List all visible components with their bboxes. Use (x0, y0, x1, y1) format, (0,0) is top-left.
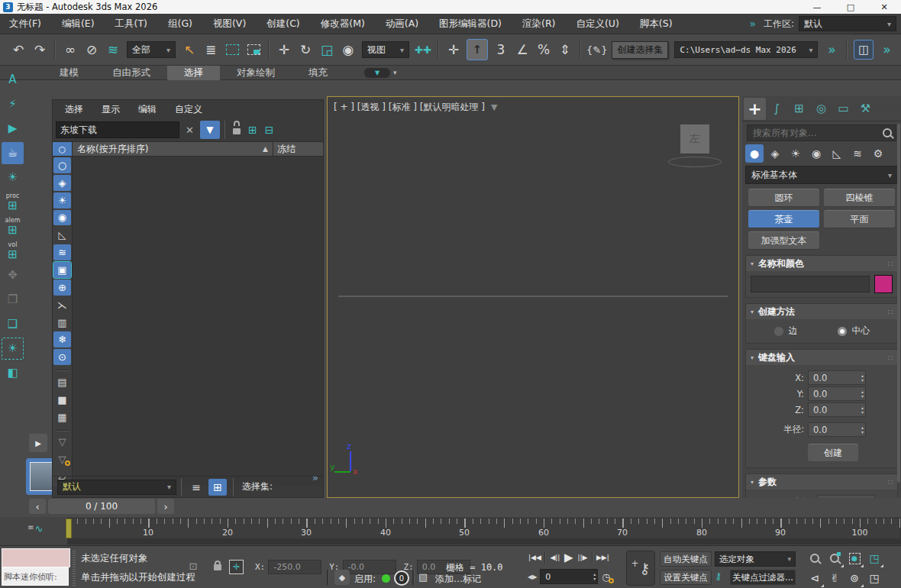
current-frame-field[interactable]: 0 ▴▾ (540, 569, 598, 584)
paint-tool-icon[interactable]: ☕ (2, 142, 24, 164)
timeline-ruler[interactable]: 0 10 20 30 40 50 60 70 80 90 100 (67, 518, 901, 540)
key-mode-toggle[interactable]: ◀▶ (528, 573, 537, 580)
close-button[interactable]: ✕ (867, 0, 901, 14)
tab-modify[interactable]: ∫ (766, 98, 788, 120)
select-and-rotate-button[interactable]: ↻ (296, 40, 315, 60)
vol-tool-icon[interactable]: vol⊞ (2, 240, 24, 262)
maximize-viewport-button[interactable]: ◳ (866, 569, 883, 587)
spinner-icon[interactable]: ▴▾ (870, 498, 873, 499)
filter-config-icon[interactable]: ▽ (53, 451, 71, 467)
play-button[interactable]: ▶ (563, 550, 575, 565)
layer-dropdown[interactable]: 默认 ▾ (57, 480, 176, 495)
object-name-field[interactable] (751, 276, 870, 292)
detail-view-toggle[interactable]: ▦ (53, 409, 71, 425)
spinner-snap-button[interactable]: ⇕ (556, 40, 574, 60)
select-and-move-button[interactable]: ✛ (275, 40, 293, 60)
time-marker[interactable] (66, 519, 72, 538)
zoom-button[interactable] (806, 549, 823, 567)
key-filters-icon[interactable]: ⚷ (715, 570, 722, 582)
render-presets-tool-icon[interactable]: ❑ (2, 313, 24, 335)
menu-edit[interactable]: 编辑(E) (62, 18, 95, 31)
select-and-scale-button[interactable]: ◲ (318, 40, 336, 60)
rollout-parameters-header[interactable]: ▾ 参数 ∷ (746, 474, 897, 489)
object-color-swatch[interactable] (874, 275, 893, 293)
expand-all-icon[interactable]: ⊞ (248, 124, 257, 136)
set-key-button[interactable]: 设置关键点 (660, 570, 712, 585)
rollout-grip-icon[interactable]: ∷ (888, 354, 893, 362)
unlink-selection-icon[interactable]: ⊘ (82, 40, 101, 60)
select-and-place-button[interactable]: ◉ (339, 40, 357, 60)
z-input[interactable]: 0.0▴▾ (808, 402, 866, 417)
field-of-view-button[interactable]: ⊲ (806, 569, 823, 587)
mini-curve-editor-button[interactable]: ≡ ∿ (27, 523, 43, 535)
category-geometry[interactable]: ● (745, 144, 764, 163)
menu-customize[interactable]: 自定义(U) (576, 18, 618, 31)
rollout-name-color-header[interactable]: ▾ 名称和颜色 ∷ (746, 256, 897, 271)
time-configuration-button[interactable]: ◷ (602, 571, 610, 583)
workspace-dropdown[interactable]: 默认 ▾ (799, 16, 896, 31)
percent-snap-button[interactable]: % (534, 40, 553, 60)
selection-filter-dropdown[interactable]: 全部 ▾ (127, 41, 176, 58)
tab-motion[interactable]: ◎ (810, 98, 832, 120)
script-editor-tool-icon[interactable]: A (2, 69, 24, 91)
rollout-grip-icon[interactable]: ∷ (888, 478, 893, 486)
ribbon-tab-object-paint[interactable]: 对象绘制 (220, 66, 292, 80)
menu-rendering[interactable]: 渲染(R) (522, 18, 555, 31)
minimize-button[interactable]: — (800, 0, 834, 14)
go-to-end-button[interactable]: ▶▶| (596, 550, 609, 565)
category-helpers[interactable]: ◺ (828, 144, 846, 163)
macro-tool-icon[interactable]: ⚡ (2, 93, 24, 115)
go-to-start-button[interactable]: |◀◀ (528, 550, 541, 565)
key-filters-button[interactable]: 关键点过滤器... (730, 570, 796, 585)
create-button[interactable]: 创建 (808, 444, 858, 461)
plane-button[interactable]: 平面 (824, 210, 895, 228)
list-view-toggle[interactable]: ▤ (53, 374, 71, 390)
y-input[interactable]: 0.0▴▾ (808, 386, 866, 401)
snap-toggle-pair-icon[interactable]: ✚✚ (414, 40, 432, 60)
ribbon-tab-selection[interactable]: 选择 (167, 66, 220, 80)
spinner-icon[interactable]: ▴▾ (861, 373, 864, 383)
viewport[interactable]: [ + ] [透视 ] [标准 ] [默认明暗处理 ] ▼ 左 z y x (327, 96, 739, 498)
show-xrefs-toggle[interactable]: ⊕ (53, 279, 71, 296)
zoom-extents-button[interactable]: ● (846, 549, 863, 567)
layout-shapes-tool-icon[interactable]: ◧ (2, 362, 24, 384)
column-name-header[interactable]: 名称(按升序排序) ▲ (73, 142, 273, 156)
ribbon-tab-modeling[interactable]: 建模 (43, 66, 95, 80)
next-frame-button[interactable]: › (157, 499, 174, 514)
rectangular-selection-region-button[interactable] (223, 40, 241, 60)
light-tool-icon[interactable]: ☀ (2, 166, 24, 189)
menu-group[interactable]: 组(G) (168, 18, 192, 31)
rollout-grip-icon[interactable]: ∷ (888, 308, 893, 316)
view-cube[interactable]: 左 (680, 124, 709, 153)
radio-center[interactable]: 中心 (837, 325, 870, 338)
tab-display[interactable]: ▭ (832, 98, 854, 120)
alem-tool-icon[interactable]: alem⊞ (2, 215, 24, 237)
object-search-box[interactable] (747, 124, 896, 141)
use-pivot-center-button[interactable]: ✛ (444, 40, 463, 60)
select-object-button[interactable]: ↖ (180, 40, 199, 60)
next-key-button[interactable]: ||▶ (576, 550, 589, 565)
show-containers-toggle[interactable]: ▥ (53, 315, 71, 331)
viewport-filter-icon[interactable]: ▼ (491, 102, 497, 112)
tab-create[interactable]: + (744, 98, 766, 120)
window-crossing-toggle[interactable] (244, 40, 263, 60)
panel-expand-button[interactable]: ▶ (29, 434, 47, 452)
category-lights[interactable]: ☀ (786, 144, 805, 163)
edit-named-selection-sets-button[interactable]: {✎} (586, 40, 607, 60)
macro-recorder-pane[interactable] (2, 548, 70, 567)
run-script-tool-icon[interactable]: ▶ (2, 118, 24, 140)
menu-overflow-icon[interactable]: » (749, 18, 756, 30)
menu-file[interactable]: 文件(F) (9, 18, 41, 31)
viewport-label-text[interactable]: [ + ] [透视 ] [标准 ] [默认明暗处理 ] (334, 101, 485, 114)
safe-frames-button[interactable]: ◆ (334, 570, 350, 585)
show-bones-toggle[interactable]: ⋋ (53, 297, 71, 313)
rollout-creation-method-header[interactable]: ▾ 创建方法 ∷ (746, 304, 897, 319)
rollout-grip-icon[interactable]: ∷ (888, 260, 893, 268)
maximize-button[interactable]: □ (834, 0, 867, 14)
lights-toggle-tool-icon[interactable]: ☀ (2, 338, 24, 360)
selected-objects-dropdown[interactable]: 选定对象 ▾ (715, 551, 796, 567)
reference-coordinate-dropdown[interactable]: 视图 ▾ (362, 41, 409, 58)
track-bar[interactable] (67, 538, 901, 544)
use-selection-center-button[interactable]: ↑ (467, 39, 488, 60)
subcategory-dropdown[interactable]: 标准基本体 ▾ (745, 166, 898, 184)
